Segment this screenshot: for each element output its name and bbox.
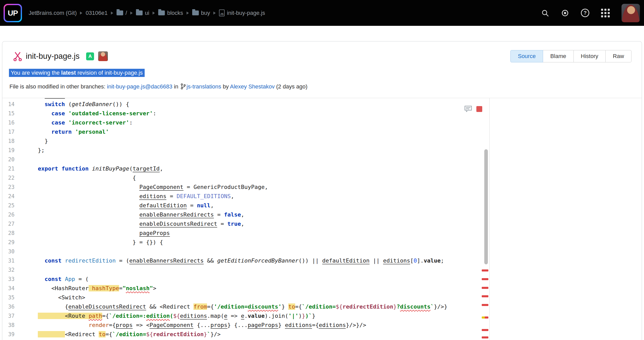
search-icon[interactable] bbox=[541, 9, 549, 17]
line-number[interactable]: 26 bbox=[2, 210, 15, 219]
line-number[interactable]: 34 bbox=[2, 284, 15, 293]
line-number[interactable]: 21 bbox=[2, 164, 15, 173]
view-button-blame[interactable]: Blame bbox=[543, 50, 573, 62]
code-line-28[interactable]: pageProps bbox=[38, 229, 642, 238]
code-line-30[interactable] bbox=[38, 247, 642, 256]
line-number[interactable]: 31 bbox=[2, 256, 15, 265]
line-number[interactable]: 37 bbox=[2, 311, 15, 321]
code-line-18[interactable]: } bbox=[38, 137, 642, 146]
author-link[interactable]: Alexey Shestakov bbox=[230, 83, 275, 90]
line-number[interactable]: 22 bbox=[2, 173, 15, 183]
line-number[interactable]: 23 bbox=[2, 183, 15, 192]
code-line-16[interactable]: case 'incorrect-server': bbox=[38, 118, 642, 127]
code-line-37[interactable]: <Route path={`/edition=:edition(${editio… bbox=[38, 311, 642, 321]
line-number[interactable]: 39 bbox=[2, 330, 15, 339]
code-line-39[interactable]: <Redirect to={`/edition=${redirectEditio… bbox=[38, 330, 642, 339]
code-line-33[interactable]: const App = ( bbox=[38, 275, 642, 284]
code-line-36[interactable]: {enableDiscountsRedirect && <Redirect fr… bbox=[38, 302, 642, 311]
line-number[interactable]: 25 bbox=[2, 201, 15, 210]
view-button-raw[interactable]: Raw bbox=[605, 50, 631, 62]
line-number[interactable]: 27 bbox=[2, 219, 15, 229]
code-line-32[interactable] bbox=[38, 265, 642, 275]
red-marker-icon[interactable] bbox=[476, 106, 482, 112]
line-number[interactable]: 29 bbox=[2, 238, 15, 247]
comments-icon[interactable] bbox=[464, 105, 472, 112]
line-number[interactable]: 14 bbox=[2, 100, 15, 109]
file-revision-link[interactable]: init-buy-page.js@dac6683 bbox=[107, 83, 172, 90]
code-line-31[interactable]: const redirectEdition = (enableBannersRe… bbox=[38, 256, 642, 265]
annotation-badge[interactable]: A bbox=[86, 52, 94, 60]
code-line-20[interactable] bbox=[38, 155, 642, 164]
line-number[interactable]: 28 bbox=[2, 229, 15, 238]
branches-info: File is also modified in other branches:… bbox=[9, 83, 642, 91]
line-number[interactable]: 17 bbox=[2, 127, 15, 137]
breadcrumb-item[interactable]: buy bbox=[192, 10, 210, 16]
breadcrumb-label: / bbox=[125, 10, 127, 16]
code-line-26[interactable]: enableBannersRedirects = false, bbox=[38, 210, 642, 219]
line-number[interactable] bbox=[2, 98, 15, 100]
line-number[interactable]: 19 bbox=[2, 146, 15, 155]
help-icon[interactable]: ? bbox=[581, 9, 589, 17]
folder-icon bbox=[117, 10, 123, 15]
stripe-mark[interactable] bbox=[482, 269, 488, 271]
line-number[interactable]: 38 bbox=[2, 321, 15, 330]
user-avatar[interactable] bbox=[622, 4, 640, 22]
code-gutter[interactable]: 1415161718192021222324252627282930313233… bbox=[2, 98, 36, 340]
code-line-15[interactable]: case 'outdated-license-server': bbox=[38, 109, 642, 118]
code-viewer: 1415161718192021222324252627282930313233… bbox=[2, 98, 642, 340]
stripe-mark[interactable] bbox=[482, 316, 488, 319]
line-number[interactable]: 15 bbox=[2, 109, 15, 118]
code-line-38[interactable]: render={props => <PageComponent {...prop… bbox=[38, 321, 642, 330]
breadcrumb-item[interactable]: JSinit-buy-page.js bbox=[219, 9, 265, 16]
code-line-19[interactable]: }; bbox=[38, 146, 642, 155]
line-number[interactable]: 16 bbox=[2, 118, 15, 127]
code-line-35[interactable]: <Switch> bbox=[38, 293, 642, 302]
breadcrumb-item[interactable]: blocks bbox=[158, 10, 183, 16]
stripe-mark[interactable] bbox=[482, 329, 488, 331]
line-number[interactable]: 35 bbox=[2, 293, 15, 302]
code-line-29[interactable]: } = {}) { bbox=[38, 238, 642, 247]
revision-notice-post: revision of init-buy-page.js bbox=[76, 70, 143, 76]
stripe-mark[interactable] bbox=[482, 278, 488, 280]
line-number[interactable]: 20 bbox=[2, 155, 15, 164]
line-number[interactable]: 18 bbox=[2, 137, 15, 146]
line-number[interactable]: 32 bbox=[2, 265, 15, 275]
breadcrumb-item[interactable]: JetBrains.com (Git) bbox=[29, 10, 77, 16]
breadcrumb-item[interactable]: ui bbox=[136, 10, 149, 16]
monitor-icon[interactable] bbox=[561, 9, 569, 17]
code-line-23[interactable]: PageComponent = GenericProductBuyPage, bbox=[38, 183, 642, 192]
code-line-21[interactable]: export function initBuyPage(targetId, bbox=[38, 164, 642, 173]
breadcrumb-item[interactable]: 03106e1 bbox=[86, 10, 108, 16]
code-line-27[interactable]: enableDiscountsRedirect = true, bbox=[38, 219, 642, 229]
line-number[interactable]: 33 bbox=[2, 275, 15, 284]
view-switcher: SourceBlameHistoryRaw bbox=[510, 50, 631, 62]
code-lines[interactable]: banner switch (getIdeBanner()) { case 'o… bbox=[36, 98, 642, 340]
breadcrumb-item[interactable]: / bbox=[117, 10, 127, 16]
author-avatar[interactable] bbox=[98, 51, 108, 61]
branch-link[interactable]: js-translations bbox=[187, 83, 221, 90]
stripe-mark[interactable] bbox=[482, 336, 488, 338]
stripe-mark[interactable] bbox=[482, 304, 488, 306]
revision-notice-pre: You are viewing the bbox=[11, 70, 61, 76]
code-line-34[interactable]: <HashRouter hashType="noslash"> bbox=[38, 284, 642, 293]
code-line-25[interactable]: defaultEdition = null, bbox=[38, 201, 642, 210]
apps-grid-icon[interactable] bbox=[601, 9, 610, 17]
breadcrumb-separator-icon bbox=[111, 12, 113, 15]
upsource-logo[interactable]: UP bbox=[4, 4, 22, 22]
view-button-history[interactable]: History bbox=[573, 50, 606, 62]
code-line-24[interactable]: editions = DEFAULT_EDITIONS, bbox=[38, 192, 642, 201]
line-number[interactable]: 36 bbox=[2, 302, 15, 311]
code-line-17[interactable]: return 'personal' bbox=[38, 127, 642, 137]
line-number[interactable]: 24 bbox=[2, 192, 15, 201]
view-button-source[interactable]: Source bbox=[510, 50, 543, 62]
stripe-mark[interactable] bbox=[482, 287, 488, 289]
breadcrumb-label: buy bbox=[201, 10, 210, 16]
code-line-22[interactable]: { bbox=[38, 173, 642, 183]
line-number[interactable]: 30 bbox=[2, 247, 15, 256]
error-stripe[interactable] bbox=[482, 98, 489, 340]
stripe-mark[interactable] bbox=[482, 295, 488, 297]
code-line-14[interactable]: switch (getIdeBanner()) { bbox=[38, 100, 642, 109]
scrollbar-thumb[interactable] bbox=[484, 149, 488, 264]
branches-info-prefix: File is also modified in other branches: bbox=[9, 83, 107, 90]
folder-icon bbox=[158, 10, 165, 15]
